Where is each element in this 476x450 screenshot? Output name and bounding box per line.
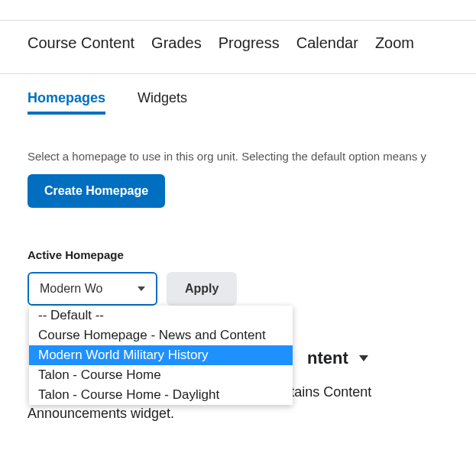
apply-button[interactable]: Apply (167, 272, 237, 306)
dropdown-option-modern-world[interactable]: Modern World Military History (29, 345, 293, 365)
dropdown-option-default[interactable]: -- Default -- (29, 306, 293, 325)
top-divider (0, 20, 476, 21)
sub-nav: Homepages Widgets (28, 90, 187, 115)
dropdown-option-talon-daylight[interactable]: Talon - Course Home - Daylight (29, 385, 293, 405)
dropdown-option-news-content[interactable]: Course Homepage - News and Content (29, 325, 293, 345)
homepage-select-row: Modern Wo Apply (28, 272, 237, 306)
chevron-down-icon (359, 355, 368, 361)
tab-widgets[interactable]: Widgets (138, 90, 187, 115)
homepage-description: Select a homepage to use in this org uni… (28, 150, 426, 163)
active-homepage-label: Active Homepage (28, 248, 124, 261)
nav-grades[interactable]: Grades (151, 34, 202, 52)
chevron-down-icon (138, 287, 145, 291)
nav-progress[interactable]: Progress (219, 34, 280, 52)
nav-course-content[interactable]: Course Content (28, 34, 134, 52)
main-nav: Course Content Grades Progress Calendar … (28, 34, 414, 52)
nav-calendar[interactable]: Calendar (296, 34, 358, 52)
homepage-dropdown[interactable]: Modern Wo (28, 272, 157, 306)
dropdown-display-value: Modern Wo (40, 282, 102, 296)
homepage-dropdown-list: -- Default -- Course Homepage - News and… (29, 306, 293, 405)
dropdown-option-talon-home[interactable]: Talon - Course Home (29, 365, 293, 385)
heading-text-fragment: ntent (307, 348, 348, 368)
nav-divider (0, 73, 476, 74)
tab-homepages[interactable]: Homepages (28, 90, 105, 115)
create-homepage-button[interactable]: Create Homepage (28, 174, 165, 208)
nav-zoom[interactable]: Zoom (375, 34, 414, 52)
